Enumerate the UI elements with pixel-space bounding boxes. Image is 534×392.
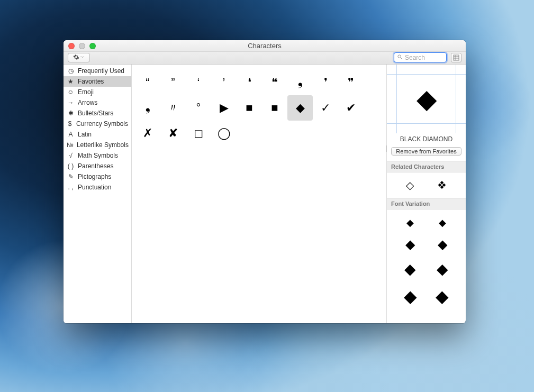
font-variation[interactable]: ◆	[439, 217, 446, 229]
sidebar-item-label: Emoji	[78, 88, 94, 96]
character-cell[interactable]: 〃	[160, 95, 186, 121]
character-name: BLACK DIAMOND	[387, 133, 466, 147]
bullet-icon: ✱	[67, 110, 75, 117]
search-icon	[397, 53, 403, 61]
font-variation[interactable]: ◆	[437, 260, 448, 278]
content-area: ◷Frequently Used★Favorites☺Emoji→Arrows✱…	[64, 65, 466, 323]
character-cell[interactable]: ✘	[160, 121, 186, 146]
math-icon: √	[67, 152, 75, 159]
pictograph-icon: ✎	[67, 173, 75, 180]
arrow-icon: →	[67, 99, 75, 106]
sidebar-item-label: Favorites	[78, 78, 104, 85]
character-cell[interactable]: “	[135, 70, 160, 95]
info-panel: ◆ BLACK DIAMOND Remove from Favorites Re…	[386, 65, 466, 323]
sidebar-item-punctuation[interactable]: . ,Punctuation	[64, 182, 131, 193]
actions-menu-button[interactable]: ﹀	[68, 53, 90, 62]
font-variation-grid: ◆◆◆◆◆◆◆◆	[387, 209, 466, 311]
character-cell[interactable]: ❜	[313, 70, 338, 95]
character-grid-area: “”‘’❛❝❟❜❞❟〃°▶■■◆✓✔✗✘◻◯	[132, 65, 386, 323]
gear-icon	[73, 54, 79, 61]
character-cell[interactable]: ’	[211, 70, 237, 95]
sidebar-item-favorites[interactable]: ★Favorites	[64, 76, 131, 87]
sidebar-item-label: Arrows	[78, 99, 97, 106]
character-cell[interactable]: ‘	[186, 70, 211, 95]
character-cell[interactable]: °	[186, 95, 211, 121]
character-cell[interactable]: ◻	[186, 121, 211, 146]
character-cell[interactable]: ▶	[211, 95, 237, 121]
sidebar-item-label: Letterlike Symbols	[77, 141, 129, 149]
list-view-toggle[interactable]	[451, 53, 461, 62]
related-characters-header: Related Characters	[387, 161, 466, 172]
window-title: Characters	[64, 40, 466, 52]
character-cell[interactable]: ”	[160, 70, 186, 95]
character-cell[interactable]: ◯	[211, 121, 237, 146]
character-cell[interactable]: ✔	[338, 95, 364, 121]
font-variation[interactable]: ◆	[405, 237, 415, 252]
characters-window: Characters ﹀	[64, 40, 466, 323]
remove-from-favorites-button[interactable]: Remove from Favorites	[391, 147, 461, 156]
titlebar: Characters	[64, 40, 466, 52]
star-icon: ★	[67, 78, 75, 85]
minimize-window-button[interactable]	[79, 43, 85, 49]
character-cell[interactable]: ✗	[135, 121, 160, 146]
paren-icon: ( )	[67, 162, 75, 170]
sidebar-item-label: Pictographs	[78, 173, 111, 180]
sidebar-item-latin[interactable]: ALatin	[64, 129, 131, 140]
toolbar: ﹀	[64, 52, 466, 65]
sidebar-item-frequently-used[interactable]: ◷Frequently Used	[64, 66, 131, 76]
close-window-button[interactable]	[68, 43, 75, 49]
font-variation[interactable]: ◆	[438, 237, 447, 252]
currency-icon: $	[67, 120, 73, 127]
character-cell[interactable]: ❟	[287, 70, 313, 95]
font-variation-header: Font Variation	[387, 198, 466, 209]
font-variation[interactable]: ◆	[404, 260, 416, 278]
sidebar-item-label: Currency Symbols	[76, 120, 128, 127]
sidebar-item-letterlike-symbols[interactable]: №Letterlike Symbols	[64, 140, 131, 150]
related-character[interactable]: ◇	[406, 179, 414, 192]
font-variation[interactable]: ◆	[406, 217, 414, 229]
svg-line-1	[401, 58, 402, 59]
latin-icon: A	[67, 131, 75, 138]
traffic-lights	[64, 43, 96, 49]
character-cell[interactable]: ✓	[313, 95, 338, 121]
sidebar-item-label: Latin	[78, 131, 92, 138]
mouse-cursor	[386, 145, 386, 154]
sidebar-item-label: Frequently Used	[78, 67, 124, 75]
sidebar-item-arrows[interactable]: →Arrows	[64, 97, 131, 108]
zoom-window-button[interactable]	[89, 43, 96, 49]
clock-icon: ◷	[67, 67, 75, 75]
list-icon	[453, 54, 459, 61]
search-field[interactable]	[394, 52, 447, 62]
character-cell[interactable]: ❛	[237, 70, 262, 95]
character-preview: ◆	[387, 65, 466, 133]
sidebar-item-label: Punctuation	[78, 184, 111, 191]
character-grid: “”‘’❛❝❟❜❞❟〃°▶■■◆✓✔✗✘◻◯	[135, 70, 383, 146]
sidebar-item-bullets-stars[interactable]: ✱Bullets/Stars	[64, 108, 131, 118]
related-character[interactable]: ❖	[437, 179, 447, 192]
character-cell[interactable]: ❞	[338, 70, 364, 95]
sidebar-item-emoji[interactable]: ☺Emoji	[64, 87, 131, 97]
font-variation[interactable]: ◆	[404, 286, 417, 306]
character-cell[interactable]: ■	[237, 95, 262, 121]
punctuation-icon: . ,	[67, 184, 75, 191]
character-cell[interactable]: ❟	[135, 95, 160, 121]
related-characters-row: ◇❖	[387, 172, 466, 198]
chevron-down-icon: ﹀	[80, 54, 85, 60]
character-cell[interactable]: ◆	[287, 95, 313, 121]
sidebar-item-label: Parentheses	[78, 162, 113, 170]
character-cell[interactable]: ■	[262, 95, 287, 121]
character-cell[interactable]: ❝	[262, 70, 287, 95]
font-variation[interactable]: ◆	[436, 286, 449, 306]
sidebar-item-label: Math Symbols	[78, 152, 118, 159]
category-sidebar: ◷Frequently Used★Favorites☺Emoji→Arrows✱…	[64, 65, 132, 323]
sidebar-item-currency-symbols[interactable]: $Currency Symbols	[64, 118, 131, 129]
letterlike-icon: №	[67, 141, 74, 149]
sidebar-item-math-symbols[interactable]: √Math Symbols	[64, 150, 131, 161]
svg-rect-2	[454, 55, 459, 60]
preview-glyph: ◆	[417, 86, 437, 112]
emoji-icon: ☺	[67, 88, 75, 96]
sidebar-item-parentheses[interactable]: ( )Parentheses	[64, 161, 131, 171]
sidebar-item-pictographs[interactable]: ✎Pictographs	[64, 171, 131, 182]
sidebar-item-label: Bullets/Stars	[78, 110, 113, 117]
desktop-background: Characters ﹀	[0, 0, 534, 392]
